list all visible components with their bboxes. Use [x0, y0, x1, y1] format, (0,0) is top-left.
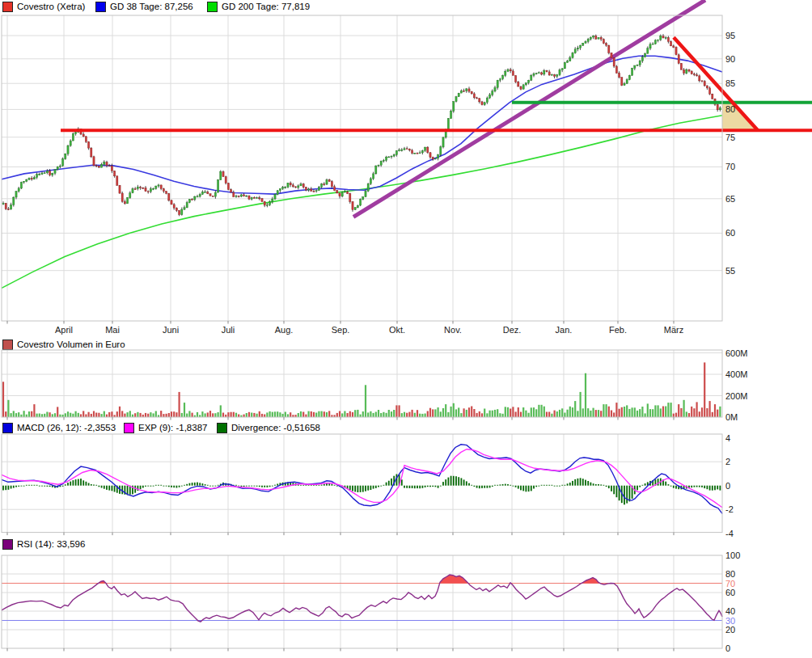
- price-axis-tick: 85: [725, 78, 735, 88]
- volume-plot[interactable]: [2, 350, 722, 417]
- rsi-axis-tick: 30: [725, 616, 735, 626]
- price-axis-tick: 80: [725, 104, 735, 114]
- rsi-axis-tick: 20: [725, 625, 735, 635]
- rsi-axis-tick: 80: [725, 569, 735, 579]
- price-axis-tick: 70: [725, 162, 735, 171]
- month-axis-tick: April: [55, 325, 73, 335]
- month-axis-tick: März: [664, 325, 683, 335]
- rsi-axis-tick: 100: [725, 550, 740, 560]
- price-axis-tick: 90: [725, 54, 735, 64]
- rsi-axis-tick: 40: [725, 606, 735, 616]
- price-axis-tick: 95: [725, 31, 735, 40]
- rsi-plot[interactable]: [2, 555, 722, 648]
- volume-axis-tick: 600M: [725, 348, 748, 358]
- macd-axis-tick: -2: [725, 504, 734, 514]
- month-axis-tick: Mai: [105, 325, 120, 335]
- rsi-axis-tick: 0: [725, 643, 730, 653]
- stock-chart-page: Covestro (Xetra) GD 38 Tage: 87,256 GD 2…: [0, 0, 812, 658]
- volume-axis-tick: 400M: [725, 369, 748, 379]
- rsi-axis-tick: 70: [725, 579, 735, 588]
- month-axis-tick: Jan.: [556, 325, 573, 335]
- month-axis-tick: Juli: [222, 325, 235, 335]
- volume-axis-tick: 200M: [725, 391, 748, 401]
- price-axis-tick: 60: [725, 228, 735, 238]
- main-chart-plot[interactable]: [2, 15, 722, 321]
- price-axis-tick: 75: [725, 133, 735, 142]
- month-axis-tick: Aug.: [275, 325, 294, 335]
- macd-axis-tick: 2: [725, 457, 730, 466]
- month-axis-tick: Nov.: [444, 325, 462, 335]
- month-axis-tick: Juni: [163, 325, 179, 335]
- macd-axis-tick: 0: [725, 481, 730, 491]
- price-axis-tick: 65: [725, 194, 735, 204]
- rsi-axis-tick: 60: [725, 588, 735, 597]
- month-axis-tick: Sep.: [332, 325, 350, 335]
- macd-axis-tick: -4: [725, 529, 734, 538]
- macd-plot[interactable]: [2, 434, 722, 533]
- macd-axis-tick: 4: [725, 433, 730, 443]
- volume-axis-tick: 0M: [725, 412, 738, 422]
- month-axis-tick: Dez.: [503, 325, 522, 335]
- month-axis-tick: Feb.: [609, 325, 627, 335]
- price-axis-tick: 55: [725, 266, 735, 276]
- month-axis-tick: Okt.: [389, 325, 405, 335]
